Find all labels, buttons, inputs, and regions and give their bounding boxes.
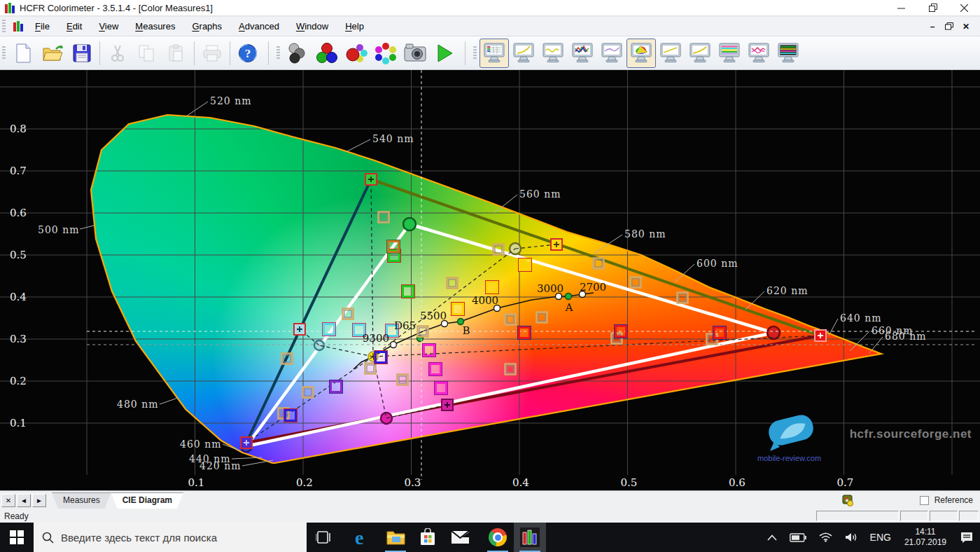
mdi-close-button[interactable]: ✕	[959, 20, 973, 33]
edge-icon: e	[354, 528, 372, 546]
tray-wifi-icon[interactable]	[813, 523, 839, 552]
tray-clock[interactable]: 14:11 21.07.2019	[897, 527, 953, 548]
taskbar-app-edge[interactable]: e	[347, 523, 379, 552]
tray-battery-icon[interactable]	[783, 523, 813, 552]
help-icon: ?	[238, 43, 258, 63]
taskbar-app-chrome[interactable]	[482, 523, 514, 552]
chart-label: 580 nm	[624, 228, 666, 240]
view-nearblack-button[interactable]	[538, 39, 568, 68]
help-button[interactable]: ?	[233, 39, 262, 68]
view-nearwhite-button[interactable]	[656, 39, 685, 68]
primaries-measure-button[interactable]	[342, 39, 371, 68]
view-rgb-levels-icon	[570, 42, 594, 64]
chart-label: 0.5	[621, 476, 638, 489]
paste-button[interactable]	[162, 39, 191, 68]
view-multipattern-button[interactable]	[774, 39, 803, 68]
chart-label: 0.7	[10, 165, 27, 177]
chart-label: 3000	[537, 282, 564, 295]
chart-label: 5500	[420, 310, 447, 322]
toolbar-grip	[473, 46, 477, 60]
measure-point-yellow	[453, 304, 463, 315]
grayscale-measure-button[interactable]	[283, 39, 312, 68]
toolbar-grip	[2, 20, 6, 34]
view-luminance-icon	[600, 42, 624, 64]
menu-measures[interactable]: Measures	[127, 18, 183, 35]
tray-time: 14:11	[904, 527, 946, 537]
menu-advanced[interactable]: Advanced	[230, 18, 288, 35]
chart-label: B	[462, 324, 470, 337]
open-file-button[interactable]	[38, 39, 67, 68]
run-play-icon	[434, 43, 455, 64]
tab-prev-button[interactable]: ◄	[17, 494, 31, 507]
menu-view[interactable]: View	[90, 18, 127, 35]
menu-graphs[interactable]: Graphs	[183, 18, 230, 35]
wavelength-leader-line	[160, 398, 178, 404]
menu-help[interactable]: Help	[337, 18, 372, 35]
run-measures-button[interactable]	[430, 39, 459, 68]
view-tab-bar: ✕ ◄ ► Measures CIE Diagram Reference	[0, 490, 980, 509]
print-button[interactable]	[197, 39, 227, 68]
taskbar-search[interactable]	[34, 523, 307, 552]
task-view-button[interactable]	[307, 523, 340, 552]
tab-close-button[interactable]: ✕	[1, 494, 15, 507]
chart-label: 4000	[472, 294, 498, 307]
tab-next-button[interactable]: ►	[32, 494, 46, 507]
copy-button[interactable]	[132, 39, 162, 68]
rgb-primaries-measure-button[interactable]	[312, 39, 342, 68]
chart-label: 560 nm	[519, 188, 561, 200]
capture-camera-button[interactable]	[400, 39, 430, 68]
measure-point-inner	[595, 260, 602, 267]
start-button[interactable]	[0, 523, 34, 552]
tray-volume-icon[interactable]	[839, 523, 864, 552]
view-nearblack-icon	[541, 42, 565, 64]
wavelength-leader-line	[675, 264, 694, 282]
close-button[interactable]	[948, 0, 980, 15]
view-saturation-button[interactable]	[744, 39, 774, 68]
taskbar-app-store[interactable]	[412, 523, 444, 552]
taskbar-app-explorer[interactable]	[379, 523, 412, 552]
secondaries-measure-button[interactable]	[371, 39, 400, 68]
view-measures-grid-button[interactable]	[479, 39, 509, 68]
tray-language[interactable]: ENG	[864, 523, 897, 552]
minimize-button[interactable]	[886, 0, 917, 15]
view-cie-diagram-button[interactable]	[626, 39, 656, 68]
restore-button[interactable]	[917, 0, 948, 15]
reference-checkbox[interactable]	[920, 496, 929, 505]
view-luminance-button[interactable]	[597, 39, 626, 68]
wavelength-leader-line	[223, 444, 239, 450]
view-contrast-button[interactable]	[685, 39, 715, 68]
menu-file[interactable]: File	[27, 18, 58, 35]
menu-edit[interactable]: Edit	[58, 18, 90, 35]
cie-diagram-chart[interactable]: 0.10.20.30.40.50.60.70.10.20.30.40.50.60…	[0, 70, 980, 490]
measure-point-inner	[380, 214, 387, 221]
search-input[interactable]	[61, 532, 292, 544]
minimize-icon	[897, 4, 905, 12]
tray-date: 21.07.2019	[904, 537, 946, 548]
mdi-restore-button[interactable]	[942, 20, 956, 33]
view-colorbars-button[interactable]	[715, 39, 744, 68]
task-view-icon	[316, 530, 331, 544]
wavelength-leader-line	[594, 235, 622, 254]
cut-button[interactable]	[103, 39, 132, 68]
taskbar-app-hcfr[interactable]	[514, 523, 546, 552]
grayscale-measure-icon	[286, 42, 309, 64]
tray-chevron-up-icon[interactable]	[761, 523, 783, 552]
toolbar-grip	[276, 46, 280, 60]
mdi-minimize-button[interactable]: –	[925, 20, 939, 33]
tab-measures[interactable]: Measures	[52, 492, 111, 509]
taskbar-app-mail[interactable]	[444, 523, 476, 552]
measure-point-inner	[399, 376, 406, 383]
chart-label: 0.8	[10, 123, 27, 135]
action-center-button[interactable]	[953, 523, 980, 552]
wavelength-leader-line	[829, 319, 838, 336]
watermark-mobile-review: mobile-review.com	[757, 454, 821, 462]
new-file-button[interactable]	[8, 39, 38, 68]
save-button[interactable]	[67, 39, 97, 68]
measure-point-inner	[367, 365, 374, 372]
view-gamma-button[interactable]	[509, 39, 538, 68]
view-rgb-levels-button[interactable]	[568, 39, 597, 68]
save-icon	[73, 44, 91, 62]
tab-cie-diagram[interactable]: CIE Diagram	[111, 492, 183, 509]
menu-window[interactable]: Window	[288, 18, 337, 35]
view-gamma-icon	[512, 42, 536, 64]
